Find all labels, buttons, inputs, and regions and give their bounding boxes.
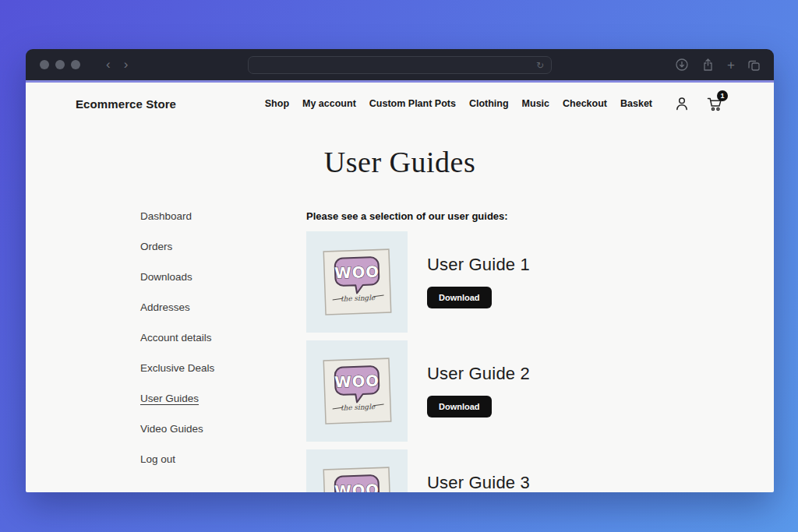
guides-section: Please see a selection of our user guide…: [306, 210, 774, 492]
window-minimize-icon[interactable]: [55, 60, 65, 69]
nav-link[interactable]: Shop: [265, 98, 289, 109]
toolbar-actions: +: [675, 49, 761, 80]
guide-row: WOO the single User Guide 2 Download: [306, 340, 774, 442]
site-header: Ecommerce Store Shop My account Custom P…: [26, 83, 774, 118]
guide-thumbnail[interactable]: WOO the single: [306, 449, 408, 492]
nav-link[interactable]: Checkout: [563, 98, 607, 109]
svg-text:WOO: WOO: [334, 481, 379, 492]
guide-thumbnail[interactable]: WOO the single: [306, 231, 408, 333]
nav-link[interactable]: Basket: [620, 98, 652, 109]
nav-link[interactable]: My account: [302, 98, 356, 109]
main-nav: Shop My account Custom Plant Pots Clothi…: [265, 95, 724, 112]
guide-title: User Guide 2: [427, 364, 530, 384]
downloads-icon[interactable]: [675, 58, 689, 72]
browser-toolbar: ‹ › ↻ +: [26, 49, 774, 80]
svg-text:WOO: WOO: [334, 262, 379, 282]
reload-icon[interactable]: ↻: [536, 60, 544, 71]
share-icon[interactable]: [701, 58, 715, 72]
back-icon[interactable]: ‹: [106, 57, 111, 72]
cart-count-badge: 1: [717, 90, 728, 101]
guide-title: User Guide 1: [427, 255, 530, 275]
guide-thumbnail[interactable]: WOO the single: [306, 340, 408, 442]
svg-text:the single: the single: [341, 293, 376, 302]
window-controls: [40, 60, 80, 69]
tabs-icon[interactable]: [747, 58, 761, 72]
content: Dashboard Orders Downloads Addresses Acc…: [26, 210, 774, 492]
svg-text:WOO: WOO: [334, 372, 379, 391]
browser-nav-buttons: ‹ ›: [106, 49, 128, 80]
forward-icon[interactable]: ›: [124, 57, 129, 72]
nav-link[interactable]: Clothing: [469, 98, 509, 109]
sidebar-item[interactable]: Orders: [140, 241, 306, 253]
account-sidebar: Dashboard Orders Downloads Addresses Acc…: [140, 210, 306, 466]
intro-text: Please see a selection of our user guide…: [306, 210, 774, 223]
nav-link[interactable]: Music: [522, 98, 549, 109]
account-icon[interactable]: [673, 95, 690, 112]
guide-row: WOO the single User Guide 3 Download: [306, 449, 774, 492]
site-logo[interactable]: Ecommerce Store: [76, 97, 176, 111]
sidebar-item[interactable]: Log out: [140, 453, 306, 466]
woo-album-art: WOO the single: [321, 464, 394, 493]
download-button[interactable]: Download: [427, 396, 492, 417]
guide-info: User Guide 2 Download: [427, 340, 530, 442]
sidebar-item[interactable]: Account details: [140, 332, 306, 344]
header-icons: 1: [673, 95, 724, 112]
sidebar-item[interactable]: Dashboard: [140, 210, 306, 223]
cart-icon[interactable]: 1: [705, 95, 724, 112]
woo-album-art: WOO the single: [321, 355, 394, 428]
guide-row: WOO the single User Guide 1 Download: [306, 231, 774, 333]
guide-title: User Guide 3: [427, 473, 530, 492]
nav-link[interactable]: Custom Plant Pots: [369, 98, 456, 109]
window-close-icon[interactable]: [40, 60, 49, 69]
woo-album-art: WOO the single: [321, 246, 394, 319]
browser-window: ‹ › ↻ +: [26, 49, 774, 492]
sidebar-item[interactable]: Exclusive Deals: [140, 362, 306, 375]
guides-list: WOO the single User Guide 1 Download: [306, 231, 774, 492]
sidebar-item[interactable]: Video Guides: [140, 423, 306, 435]
window-zoom-icon[interactable]: [71, 60, 80, 69]
guide-info: User Guide 1 Download: [427, 231, 530, 333]
download-button[interactable]: Download: [427, 287, 492, 308]
sidebar-item[interactable]: Downloads: [140, 271, 306, 284]
sidebar-item[interactable]: Addresses: [140, 301, 306, 314]
svg-text:the single: the single: [341, 402, 376, 411]
webpage: Ecommerce Store Shop My account Custom P…: [26, 83, 774, 492]
new-tab-icon[interactable]: +: [727, 58, 735, 72]
page-title: User Guides: [26, 145, 774, 179]
sidebar-item[interactable]: User Guides: [140, 393, 306, 405]
address-bar[interactable]: ↻: [248, 56, 552, 74]
guide-info: User Guide 3 Download: [427, 449, 530, 492]
